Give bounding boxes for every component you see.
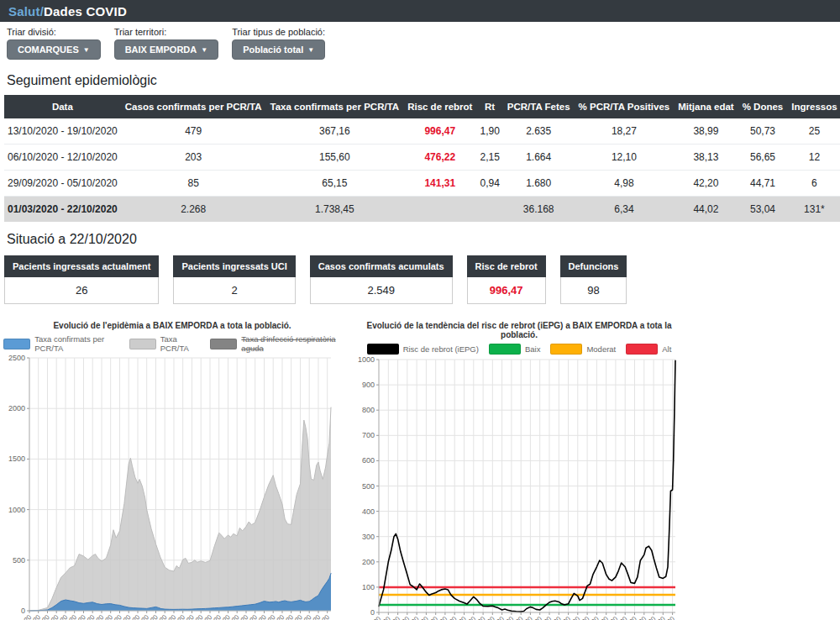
app-title: Salut/Dades COVID	[8, 4, 127, 18]
table-cell: 18,27	[575, 118, 675, 144]
column-header: PCR/TA Fetes	[503, 95, 575, 118]
table-cell	[403, 197, 476, 223]
legend-swatch	[129, 339, 156, 349]
epidemic-evolution-chart: Evolució de l'epidèmia a BAIX EMPORDA a …	[3, 319, 341, 620]
table-cell: 1.738,45	[266, 197, 404, 223]
table-cell: 131*	[787, 197, 840, 223]
table-cell: 4,98	[575, 171, 675, 197]
stat-card-value: 98	[560, 277, 627, 304]
table-row: 01/03/2020 - 22/10/20202.2681.738,4536.1…	[4, 197, 840, 223]
division-dropdown-value: COMARQUES	[18, 45, 79, 55]
legend-item[interactable]: Baix	[489, 344, 540, 355]
population-dropdown-value: Població total	[243, 45, 303, 55]
legend-label: Taxa confirmats per PCR/TA	[34, 334, 118, 353]
chart-title: Evolució de l'epidèmia a BAIX EMPORDA a …	[3, 321, 341, 330]
table-cell: 13/10/2020 - 19/10/2020	[4, 118, 121, 144]
column-header: Risc de rebrot	[403, 95, 476, 118]
svg-text:0: 0	[370, 608, 375, 617]
table-row: 06/10/2020 - 12/10/2020203155,60476,222,…	[4, 144, 840, 171]
epi-table: DataCasos confirmats per PCR/TATaxa conf…	[4, 95, 840, 222]
svg-text:1000: 1000	[358, 355, 375, 364]
legend-swatch	[367, 344, 399, 355]
table-cell: 203	[121, 144, 266, 171]
svg-text:1500: 1500	[8, 454, 25, 463]
stat-card: Risc de rebrot996,47	[467, 255, 546, 304]
legend-label: Baix	[525, 344, 540, 354]
svg-text:200: 200	[362, 558, 375, 566]
svg-text:100: 100	[362, 583, 375, 591]
table-cell: 367,16	[266, 118, 404, 144]
table-cell: 29/09/2020 - 05/10/2020	[4, 171, 121, 197]
territory-dropdown[interactable]: BAIX EMPORDA▼	[114, 39, 218, 60]
chevron-down-icon: ▼	[83, 46, 90, 54]
app-title-salut: Salut/	[8, 4, 44, 18]
table-cell: 36.168	[503, 197, 575, 223]
charts-row: Evolució de l'epidèmia a BAIX EMPORDA a …	[0, 319, 840, 620]
filter-territory: Triar territori: BAIX EMPORDA▼	[114, 27, 218, 60]
column-header: Data	[4, 95, 121, 118]
table-cell: 25	[787, 118, 840, 144]
svg-text:600: 600	[362, 456, 375, 465]
table-cell: 141,31	[403, 171, 476, 197]
filter-population-label: Triar tipus de població:	[232, 27, 325, 37]
table-row: 13/10/2020 - 19/10/2020479367,16996,471,…	[4, 118, 840, 144]
table-cell: 12,10	[575, 144, 675, 171]
svg-text:900: 900	[362, 381, 375, 389]
table-cell: 38,99	[674, 118, 738, 144]
legend-item[interactable]: Taxa d'infecció respiratòria aguda	[210, 334, 341, 353]
stat-card-label: Risc de rebrot	[467, 255, 546, 277]
situation-cards: Pacients ingressats actualment26Pacients…	[4, 255, 836, 304]
column-header: Ingressos	[787, 95, 840, 118]
legend-item[interactable]: Risc de rebrot (iEPG)	[367, 344, 479, 355]
table-cell: 12	[787, 144, 840, 171]
table-cell: 996,47	[403, 118, 476, 144]
table-cell: 56,65	[738, 144, 788, 171]
svg-text:800: 800	[362, 406, 375, 414]
epi-table-header: DataCasos confirmats per PCR/TATaxa conf…	[4, 95, 840, 118]
legend-item[interactable]: Taxa PCR/TA	[129, 334, 200, 353]
legend-swatch	[550, 344, 582, 355]
population-dropdown[interactable]: Població total▼	[232, 39, 325, 60]
svg-text:400: 400	[362, 507, 375, 516]
table-cell: 01/03/2020 - 22/10/2020	[4, 197, 121, 223]
legend-item[interactable]: Alt	[626, 344, 671, 355]
svg-text:300: 300	[362, 533, 375, 541]
navbar: Salut/Dades COVID	[0, 0, 840, 22]
epi-table-title: Seguiment epidemiològic	[7, 73, 833, 88]
division-dropdown[interactable]: COMARQUES▼	[7, 39, 101, 60]
risk-trend-plot: 0100200300400500600700800900100014/03/20…	[353, 355, 682, 620]
column-header: Rt	[476, 95, 502, 118]
chart-legend: Taxa confirmats per PCR/TATaxa PCR/TATax…	[3, 334, 341, 353]
svg-text:01/03/2020: 01/03/2020	[4, 613, 34, 620]
table-cell: 06/10/2020 - 12/10/2020	[4, 144, 121, 171]
table-cell: 0,94	[476, 171, 502, 197]
filter-population: Triar tipus de població: Població total▼	[232, 27, 325, 60]
epidemic-evolution-plot: 0500100015002000250001/03/202008/03/2020…	[3, 354, 338, 620]
legend-label: Taxa PCR/TA	[160, 334, 200, 353]
legend-item[interactable]: Moderat	[550, 344, 616, 355]
stat-card-value: 2	[173, 277, 295, 304]
table-cell: 50,73	[738, 118, 788, 144]
stat-card-value: 26	[4, 277, 159, 304]
stat-card-value: 2.549	[310, 277, 453, 304]
table-cell: 1.680	[503, 171, 575, 197]
column-header: Mitjana edat	[674, 95, 738, 118]
filter-territory-label: Triar territori:	[114, 27, 218, 37]
filter-division-label: Triar divisió:	[7, 27, 101, 37]
svg-text:2500: 2500	[8, 354, 25, 362]
table-cell: 479	[121, 118, 266, 144]
column-header: Casos confirmats per PCR/TA	[121, 95, 266, 118]
svg-text:500: 500	[362, 482, 375, 491]
column-header: % Dones	[738, 95, 788, 118]
table-cell: 2.635	[503, 118, 575, 144]
legend-swatch	[626, 344, 658, 355]
stat-card: Pacients ingressats actualment26	[4, 255, 159, 304]
svg-text:2000: 2000	[8, 404, 25, 412]
legend-item[interactable]: Taxa confirmats per PCR/TA	[3, 334, 119, 353]
table-cell: 1.664	[503, 144, 575, 171]
svg-text:1000: 1000	[8, 506, 25, 514]
svg-text:14/03/2020: 14/03/2020	[354, 615, 383, 620]
chevron-down-icon: ▼	[307, 46, 314, 54]
filter-division: Triar divisió: COMARQUES▼	[7, 27, 101, 60]
table-cell: 65,15	[266, 171, 404, 197]
